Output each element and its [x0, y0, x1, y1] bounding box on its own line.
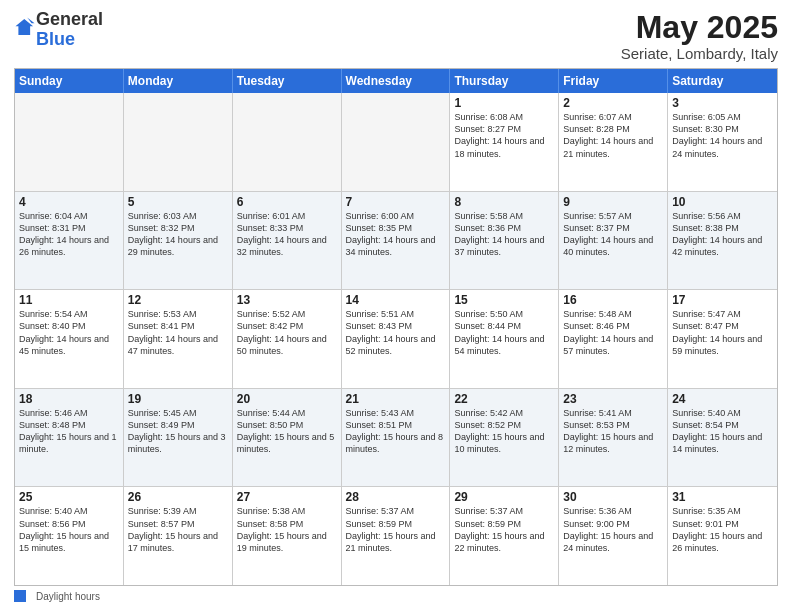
cal-row: 18Sunrise: 5:46 AM Sunset: 8:48 PM Dayli…	[15, 388, 777, 487]
day-number: 22	[454, 392, 554, 406]
cal-cell: 8Sunrise: 5:58 AM Sunset: 8:36 PM Daylig…	[450, 192, 559, 290]
day-number: 24	[672, 392, 773, 406]
day-number: 1	[454, 96, 554, 110]
cal-cell: 4Sunrise: 6:04 AM Sunset: 8:31 PM Daylig…	[15, 192, 124, 290]
day-info: Sunrise: 5:35 AM Sunset: 9:01 PM Dayligh…	[672, 505, 773, 554]
cal-header-cell: Thursday	[450, 69, 559, 93]
day-number: 7	[346, 195, 446, 209]
day-number: 21	[346, 392, 446, 406]
calendar-body: 1Sunrise: 6:08 AM Sunset: 8:27 PM Daylig…	[15, 93, 777, 585]
cal-cell: 29Sunrise: 5:37 AM Sunset: 8:59 PM Dayli…	[450, 487, 559, 585]
cal-cell: 22Sunrise: 5:42 AM Sunset: 8:52 PM Dayli…	[450, 389, 559, 487]
cal-cell: 6Sunrise: 6:01 AM Sunset: 8:33 PM Daylig…	[233, 192, 342, 290]
day-info: Sunrise: 5:40 AM Sunset: 8:54 PM Dayligh…	[672, 407, 773, 456]
cal-row: 11Sunrise: 5:54 AM Sunset: 8:40 PM Dayli…	[15, 289, 777, 388]
cal-header-cell: Saturday	[668, 69, 777, 93]
day-info: Sunrise: 6:04 AM Sunset: 8:31 PM Dayligh…	[19, 210, 119, 259]
logo-text: General Blue	[36, 10, 103, 50]
cal-cell	[342, 93, 451, 191]
day-info: Sunrise: 5:52 AM Sunset: 8:42 PM Dayligh…	[237, 308, 337, 357]
day-number: 28	[346, 490, 446, 504]
day-info: Sunrise: 5:37 AM Sunset: 8:59 PM Dayligh…	[454, 505, 554, 554]
legend-box	[14, 590, 26, 602]
day-info: Sunrise: 5:45 AM Sunset: 8:49 PM Dayligh…	[128, 407, 228, 456]
cal-cell: 30Sunrise: 5:36 AM Sunset: 9:00 PM Dayli…	[559, 487, 668, 585]
page: General Blue May 2025 Seriate, Lombardy,…	[0, 0, 792, 612]
cal-cell: 7Sunrise: 6:00 AM Sunset: 8:35 PM Daylig…	[342, 192, 451, 290]
footer: Daylight hours	[14, 590, 778, 602]
day-number: 31	[672, 490, 773, 504]
day-info: Sunrise: 5:58 AM Sunset: 8:36 PM Dayligh…	[454, 210, 554, 259]
day-info: Sunrise: 5:39 AM Sunset: 8:57 PM Dayligh…	[128, 505, 228, 554]
day-number: 27	[237, 490, 337, 504]
cal-cell: 17Sunrise: 5:47 AM Sunset: 8:47 PM Dayli…	[668, 290, 777, 388]
cal-cell: 16Sunrise: 5:48 AM Sunset: 8:46 PM Dayli…	[559, 290, 668, 388]
cal-cell: 24Sunrise: 5:40 AM Sunset: 8:54 PM Dayli…	[668, 389, 777, 487]
day-number: 11	[19, 293, 119, 307]
day-info: Sunrise: 6:07 AM Sunset: 8:28 PM Dayligh…	[563, 111, 663, 160]
cal-cell: 20Sunrise: 5:44 AM Sunset: 8:50 PM Dayli…	[233, 389, 342, 487]
day-number: 9	[563, 195, 663, 209]
day-info: Sunrise: 5:38 AM Sunset: 8:58 PM Dayligh…	[237, 505, 337, 554]
day-number: 10	[672, 195, 773, 209]
day-info: Sunrise: 5:43 AM Sunset: 8:51 PM Dayligh…	[346, 407, 446, 456]
day-number: 26	[128, 490, 228, 504]
cal-cell: 28Sunrise: 5:37 AM Sunset: 8:59 PM Dayli…	[342, 487, 451, 585]
day-info: Sunrise: 6:05 AM Sunset: 8:30 PM Dayligh…	[672, 111, 773, 160]
cal-row: 1Sunrise: 6:08 AM Sunset: 8:27 PM Daylig…	[15, 93, 777, 191]
cal-cell: 19Sunrise: 5:45 AM Sunset: 8:49 PM Dayli…	[124, 389, 233, 487]
cal-cell: 25Sunrise: 5:40 AM Sunset: 8:56 PM Dayli…	[15, 487, 124, 585]
cal-cell	[233, 93, 342, 191]
logo: General Blue	[14, 10, 103, 50]
cal-cell: 26Sunrise: 5:39 AM Sunset: 8:57 PM Dayli…	[124, 487, 233, 585]
cal-row: 4Sunrise: 6:04 AM Sunset: 8:31 PM Daylig…	[15, 191, 777, 290]
day-number: 5	[128, 195, 228, 209]
cal-cell: 14Sunrise: 5:51 AM Sunset: 8:43 PM Dayli…	[342, 290, 451, 388]
cal-cell: 18Sunrise: 5:46 AM Sunset: 8:48 PM Dayli…	[15, 389, 124, 487]
cal-header-cell: Friday	[559, 69, 668, 93]
day-number: 4	[19, 195, 119, 209]
logo-blue: Blue	[36, 29, 75, 49]
day-number: 6	[237, 195, 337, 209]
cal-cell: 31Sunrise: 5:35 AM Sunset: 9:01 PM Dayli…	[668, 487, 777, 585]
day-info: Sunrise: 6:08 AM Sunset: 8:27 PM Dayligh…	[454, 111, 554, 160]
cal-header-cell: Monday	[124, 69, 233, 93]
day-number: 15	[454, 293, 554, 307]
day-number: 12	[128, 293, 228, 307]
day-number: 25	[19, 490, 119, 504]
day-info: Sunrise: 6:01 AM Sunset: 8:33 PM Dayligh…	[237, 210, 337, 259]
day-info: Sunrise: 5:56 AM Sunset: 8:38 PM Dayligh…	[672, 210, 773, 259]
day-number: 20	[237, 392, 337, 406]
cal-header-cell: Tuesday	[233, 69, 342, 93]
day-info: Sunrise: 5:37 AM Sunset: 8:59 PM Dayligh…	[346, 505, 446, 554]
day-number: 18	[19, 392, 119, 406]
day-info: Sunrise: 5:48 AM Sunset: 8:46 PM Dayligh…	[563, 308, 663, 357]
day-number: 19	[128, 392, 228, 406]
cal-cell	[15, 93, 124, 191]
cal-cell: 2Sunrise: 6:07 AM Sunset: 8:28 PM Daylig…	[559, 93, 668, 191]
day-number: 29	[454, 490, 554, 504]
logo-icon	[14, 16, 36, 38]
day-number: 23	[563, 392, 663, 406]
cal-cell: 11Sunrise: 5:54 AM Sunset: 8:40 PM Dayli…	[15, 290, 124, 388]
cal-cell: 12Sunrise: 5:53 AM Sunset: 8:41 PM Dayli…	[124, 290, 233, 388]
day-number: 13	[237, 293, 337, 307]
day-number: 17	[672, 293, 773, 307]
cal-row: 25Sunrise: 5:40 AM Sunset: 8:56 PM Dayli…	[15, 486, 777, 585]
cal-cell: 5Sunrise: 6:03 AM Sunset: 8:32 PM Daylig…	[124, 192, 233, 290]
day-number: 2	[563, 96, 663, 110]
cal-cell: 3Sunrise: 6:05 AM Sunset: 8:30 PM Daylig…	[668, 93, 777, 191]
day-number: 30	[563, 490, 663, 504]
calendar-header-row: SundayMondayTuesdayWednesdayThursdayFrid…	[15, 69, 777, 93]
cal-cell: 27Sunrise: 5:38 AM Sunset: 8:58 PM Dayli…	[233, 487, 342, 585]
day-info: Sunrise: 5:42 AM Sunset: 8:52 PM Dayligh…	[454, 407, 554, 456]
day-info: Sunrise: 5:44 AM Sunset: 8:50 PM Dayligh…	[237, 407, 337, 456]
day-info: Sunrise: 5:57 AM Sunset: 8:37 PM Dayligh…	[563, 210, 663, 259]
cal-cell: 9Sunrise: 5:57 AM Sunset: 8:37 PM Daylig…	[559, 192, 668, 290]
cal-cell: 21Sunrise: 5:43 AM Sunset: 8:51 PM Dayli…	[342, 389, 451, 487]
day-info: Sunrise: 5:47 AM Sunset: 8:47 PM Dayligh…	[672, 308, 773, 357]
logo-general: General	[36, 9, 103, 29]
day-info: Sunrise: 5:54 AM Sunset: 8:40 PM Dayligh…	[19, 308, 119, 357]
day-info: Sunrise: 5:36 AM Sunset: 9:00 PM Dayligh…	[563, 505, 663, 554]
day-number: 3	[672, 96, 773, 110]
